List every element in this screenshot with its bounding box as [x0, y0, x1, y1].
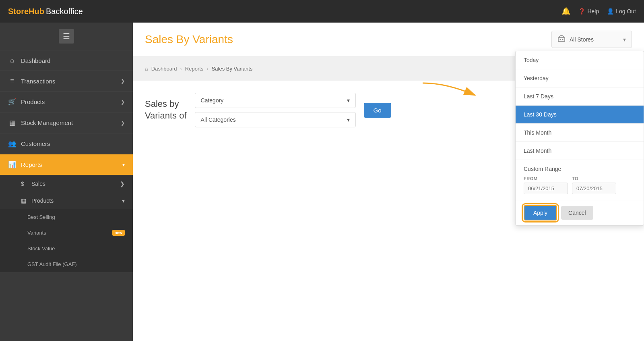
list-icon: ≡: [8, 77, 16, 85]
svg-rect-0: [558, 37, 565, 42]
chevron-right-icon: ❯: [121, 120, 125, 126]
sidebar-item-dashboard[interactable]: ⌂ Dashboard: [0, 50, 133, 71]
home-icon: ⌂: [8, 57, 16, 64]
from-date-input[interactable]: [524, 183, 568, 194]
brand-backoffice: Backoffice: [46, 7, 83, 16]
date-option-last30days[interactable]: Last 30 Days: [516, 106, 644, 124]
sidebar-sub2-stock-value[interactable]: Stock Value: [0, 241, 133, 256]
sidebar-item-reports[interactable]: 📊 Reports ▾: [0, 154, 133, 175]
chevron-right-icon: ❯: [120, 181, 125, 187]
filter-title: Sales by Variants of: [145, 98, 187, 121]
category-label: Category: [201, 97, 224, 104]
sidebar-subitem-products[interactable]: ▦ Products ▾: [0, 192, 133, 209]
sidebar-sub2-variants[interactable]: Variants new: [0, 225, 133, 241]
chevron-down-icon: ▾: [122, 162, 125, 168]
date-option-yesterday[interactable]: Yesterday: [516, 69, 644, 87]
svg-point-1: [560, 39, 561, 40]
dollar-icon: $: [21, 181, 27, 187]
sidebar-subitem-label: Products: [31, 198, 118, 204]
sidebar-sub2-label: Variants: [27, 230, 110, 236]
sidebar: ☰ ⌂ Dashboard ≡ Transactions ❯ 🛒 Product…: [0, 23, 133, 341]
barcode-icon: ▦: [8, 119, 16, 127]
sidebar-item-products[interactable]: 🛒 Products ❯: [0, 91, 133, 112]
brand-store: StoreHub: [8, 7, 44, 16]
sidebar-item-stock[interactable]: ▦ Stock Management ❯: [0, 112, 133, 133]
main-content: Sales By Variants All Stores ▾: [133, 23, 644, 341]
sidebar-item-customers[interactable]: 👥 Customers: [0, 133, 133, 154]
store-icon: [557, 34, 566, 44]
chart-icon: 📊: [8, 161, 16, 168]
sidebar-subitem-label: Sales: [31, 181, 116, 187]
sidebar-sub2-label: GST Audit File (GAF): [27, 261, 125, 267]
date-option-thismonth[interactable]: This Month: [516, 124, 644, 142]
help-circle-icon: ❓: [578, 8, 585, 15]
page-title: Sales By Variants: [145, 33, 551, 46]
from-label: FROM: [524, 176, 568, 181]
sidebar-sub2-gst-audit[interactable]: GST Audit File (GAF): [0, 256, 133, 272]
filter-title-line2: Variants of: [145, 110, 187, 121]
grid-icon: ▦: [21, 198, 27, 204]
main-layout: ☰ ⌂ Dashboard ≡ Transactions ❯ 🛒 Product…: [0, 23, 644, 341]
logout-label: Log Out: [616, 8, 636, 15]
to-date-group: TO: [572, 176, 616, 194]
sidebar-subitem-sales[interactable]: $ Sales ❯: [0, 175, 133, 192]
store-label: All Stores: [570, 36, 619, 43]
help-link[interactable]: ❓ Help: [578, 8, 599, 15]
customers-icon: 👥: [8, 140, 16, 148]
date-picker-actions: Apply Cancel: [516, 200, 644, 225]
breadcrumb: ⌂ Dashboard › Reports › Sales By Variant…: [133, 56, 644, 81]
sidebar-sub2-label: Best Selling: [27, 214, 125, 220]
sidebar-item-label: Products: [21, 98, 116, 105]
apply-button[interactable]: Apply: [524, 205, 557, 220]
all-categories-dropdown[interactable]: All Categories ▾: [195, 112, 356, 127]
chevron-right-icon: ❯: [121, 99, 125, 105]
cart-icon: 🛒: [8, 98, 16, 106]
from-date-group: FROM: [524, 176, 568, 194]
hamburger-icon[interactable]: ☰: [59, 29, 74, 44]
chevron-right-icon: ❯: [121, 78, 125, 84]
go-button[interactable]: Go: [364, 103, 391, 118]
date-option-last7days[interactable]: Last 7 Days: [516, 87, 644, 106]
notification-bell[interactable]: 🔔: [561, 7, 570, 16]
date-option-today[interactable]: Today: [516, 51, 644, 69]
logout-link[interactable]: 👤 Log Out: [607, 8, 636, 15]
sidebar-sub2-best-selling[interactable]: Best Selling: [0, 209, 133, 225]
filter-controls: Category ▾ All Categories ▾: [195, 93, 356, 127]
all-categories-label: All Categories: [201, 116, 236, 123]
sidebar-item-label: Transactions: [21, 78, 116, 85]
cancel-button[interactable]: Cancel: [561, 206, 593, 220]
breadcrumb-separator: ›: [206, 66, 208, 72]
date-range-inputs: FROM TO: [524, 176, 636, 194]
sidebar-sub2-label: Stock Value: [27, 245, 125, 252]
help-label: Help: [587, 8, 599, 15]
sidebar-item-label: Customers: [21, 140, 125, 147]
to-date-input[interactable]: [572, 183, 616, 194]
store-selector-dropdown[interactable]: All Stores ▾: [551, 31, 632, 48]
breadcrumb-separator: ›: [180, 66, 182, 72]
chevron-down-icon: ▾: [122, 198, 125, 204]
chevron-down-icon: ▾: [347, 116, 350, 123]
user-icon: 👤: [607, 8, 614, 15]
sidebar-item-transactions[interactable]: ≡ Transactions ❯: [0, 71, 133, 91]
custom-range-label: Custom Range: [524, 166, 636, 172]
breadcrumb-reports[interactable]: Reports: [185, 66, 204, 72]
home-breadcrumb-icon: ⌂: [145, 66, 148, 72]
chevron-down-icon: ▾: [347, 97, 350, 104]
chevron-down-icon: ▾: [623, 36, 626, 43]
topnav-actions: 🔔 ❓ Help 👤 Log Out: [561, 7, 636, 16]
category-dropdown[interactable]: Category ▾: [195, 93, 356, 108]
breadcrumb-current: Sales By Variants: [212, 66, 253, 72]
breadcrumb-dashboard[interactable]: Dashboard: [151, 66, 177, 72]
sidebar-toggle[interactable]: ☰: [0, 23, 133, 50]
brand-logo: StoreHub Backoffice: [8, 7, 561, 16]
date-option-lastmonth[interactable]: Last Month: [516, 142, 644, 160]
sidebar-item-label: Stock Management: [21, 119, 116, 126]
sidebar-item-label: Reports: [21, 161, 118, 168]
new-badge: new: [112, 230, 125, 236]
bell-icon: 🔔: [561, 7, 570, 16]
date-picker-dropdown: Today Yesterday Last 7 Days Last 30 Days…: [515, 51, 644, 226]
filter-title-line1: Sales by: [145, 99, 179, 109]
sidebar-item-label: Dashboard: [21, 57, 125, 64]
top-navigation: StoreHub Backoffice 🔔 ❓ Help 👤 Log Out: [0, 0, 644, 23]
svg-point-2: [562, 39, 564, 40]
